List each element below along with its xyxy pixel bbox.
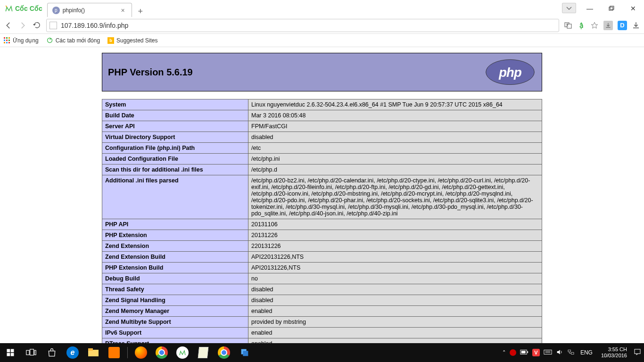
info-value: /etc: [248, 143, 542, 154]
tray-vivaldi-icon[interactable]: V: [532, 349, 540, 356]
table-row: Zend Signal Handlingdisabled: [102, 295, 542, 306]
table-row: IPv6 Supportenabled: [102, 328, 542, 338]
svg-rect-10: [7, 353, 10, 356]
translate-icon[interactable]: 文: [564, 21, 572, 30]
svg-rect-9: [11, 349, 14, 353]
start-button[interactable]: [0, 343, 21, 362]
disqus-extension-icon[interactable]: D: [618, 21, 627, 30]
tab-favicon: p: [52, 7, 60, 14]
app-button-1[interactable]: [104, 343, 124, 362]
info-value: API20131226,NTS: [248, 263, 542, 273]
bookmark-apps[interactable]: Ứng dụng: [4, 37, 39, 44]
tab-bar: Cốc Cốc p phpinfo() × + — ✕: [0, 0, 644, 17]
info-key: Zend Extension: [102, 241, 248, 252]
tray-volume-icon[interactable]: [556, 348, 563, 357]
window-maximize-button[interactable]: [601, 0, 622, 17]
download-icon[interactable]: [632, 21, 640, 30]
table-row: Configuration File (php.ini) Path/etc: [102, 143, 542, 154]
bookmark-recent-tabs[interactable]: Các tab mới đóng: [46, 37, 100, 44]
page-viewport[interactable]: PHP Version 5.6.19 php SystemLinux nguye…: [0, 47, 644, 343]
svg-rect-27: [635, 349, 640, 354]
coccoc-taskbar-button[interactable]: [172, 343, 193, 362]
app-button-2[interactable]: [234, 343, 255, 362]
table-row: Server APIFPM/FastCGI: [102, 121, 542, 132]
svg-rect-0: [609, 7, 613, 10]
info-key: Loaded Configuration File: [102, 154, 248, 165]
tray-keyboard-icon[interactable]: [544, 349, 552, 356]
info-key: Thread Safety: [102, 284, 248, 295]
tab-close-button[interactable]: ×: [119, 7, 127, 14]
info-value: enabled: [248, 338, 542, 344]
chrome-button-1[interactable]: [151, 343, 172, 362]
coccoc-icon: [5, 4, 13, 13]
tab-tray-button[interactable]: [562, 3, 576, 13]
browser-toolbar: 文 ậ D: [0, 17, 644, 34]
table-row: Zend Memory Managerenabled: [102, 306, 542, 317]
tray-up-icon[interactable]: ˄: [503, 349, 506, 356]
svg-rect-11: [11, 353, 14, 356]
info-key: PHP Extension: [102, 230, 248, 241]
info-key: Zend Multibyte Support: [102, 317, 248, 328]
taskview-button[interactable]: [21, 343, 41, 362]
tab-phpinfo[interactable]: p phpinfo() ×: [47, 3, 132, 17]
svg-rect-16: [88, 348, 93, 351]
info-key: System: [102, 99, 248, 110]
window-minimize-button[interactable]: —: [579, 0, 601, 17]
php-logo-text: php: [498, 65, 521, 80]
bookmark-suggested-sites[interactable]: b Suggested Sites: [107, 37, 157, 44]
info-key: Additional .ini files parsed: [102, 175, 248, 219]
taskbar-clock[interactable]: 3:55 CH 10/03/2016: [598, 346, 630, 359]
tray-app-icon-1[interactable]: [510, 349, 516, 356]
nav-forward-button[interactable]: [18, 21, 27, 30]
tab-title: phpinfo(): [63, 7, 119, 14]
info-value: API220131226,NTS: [248, 252, 542, 263]
new-tab-button[interactable]: +: [134, 6, 147, 17]
info-key: IPv6 Support: [102, 328, 248, 338]
window-close-button[interactable]: ✕: [622, 0, 644, 17]
info-value: /etc/php.ini: [248, 154, 542, 165]
firefox-button[interactable]: [131, 343, 151, 362]
info-value: 220131226: [248, 241, 542, 252]
nav-reload-button[interactable]: [32, 21, 41, 30]
table-row: Virtual Directory Supportdisabled: [102, 132, 542, 143]
info-value: 20131106: [248, 219, 542, 230]
language-indicator[interactable]: ENG: [578, 349, 594, 356]
store-button[interactable]: [41, 343, 62, 362]
info-key: PHP Extension Build: [102, 263, 248, 273]
browser-logo-text: Cốc Cốc: [15, 5, 42, 12]
window-controls: — ✕: [562, 0, 644, 17]
apps-icon: [4, 37, 10, 44]
info-key: Zend Memory Manager: [102, 306, 248, 317]
svg-rect-26: [571, 352, 574, 354]
svg-rect-13: [30, 349, 34, 355]
explorer-button[interactable]: [83, 343, 104, 362]
url-input[interactable]: [60, 21, 556, 30]
reload-icon: [46, 37, 53, 44]
windows-taskbar: e ˄ V ENG 3:55 CH 10/03/2016: [0, 343, 644, 362]
table-row: SystemLinux nguyenvietduc 2.6.32-504.23.…: [102, 99, 542, 110]
phpinfo-title: PHP Version 5.6.19: [108, 67, 193, 78]
adblock-icon[interactable]: ậ: [577, 21, 586, 30]
tray-battery-icon[interactable]: [520, 349, 528, 356]
info-value: enabled: [248, 306, 542, 317]
info-value: 20131226: [248, 230, 542, 241]
svg-text:文: 文: [566, 23, 569, 26]
page-icon: [50, 22, 57, 29]
chrome-button-2[interactable]: [214, 343, 234, 362]
nav-back-button[interactable]: [4, 21, 13, 30]
svg-rect-14: [34, 350, 36, 354]
info-key: PHP API: [102, 219, 248, 230]
tray-network-icon[interactable]: [567, 348, 575, 357]
info-key: Zend Extension Build: [102, 252, 248, 263]
download-arrow-icon[interactable]: [603, 21, 613, 30]
notepad-button[interactable]: [193, 343, 214, 362]
svg-rect-8: [7, 349, 10, 353]
address-bar[interactable]: [46, 19, 559, 32]
edge-button[interactable]: e: [62, 343, 83, 362]
table-row: PHP Extension BuildAPI20131226,NTS: [102, 263, 542, 273]
info-key: Scan this dir for additional .ini files: [102, 165, 248, 175]
info-key: Build Date: [102, 110, 248, 121]
bookmarks-bar: Ứng dụng Các tab mới đóng b Suggested Si…: [0, 34, 644, 47]
star-icon[interactable]: [590, 21, 599, 30]
action-center-icon[interactable]: [634, 348, 641, 357]
